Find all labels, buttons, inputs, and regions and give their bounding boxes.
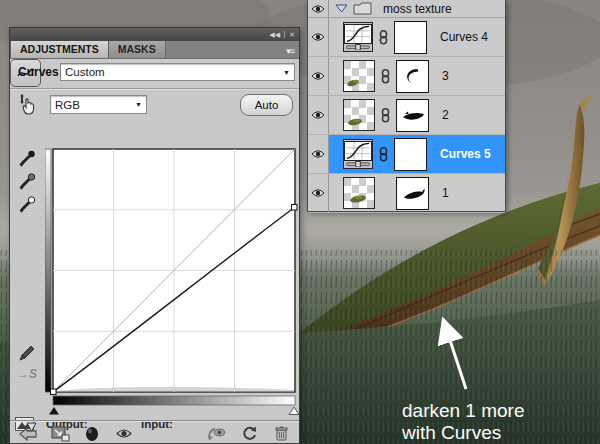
return-to-adjustment-list-icon[interactable] xyxy=(18,425,38,443)
group-expand-triangle-icon[interactable] xyxy=(335,4,348,13)
black-point-eyedropper-icon[interactable] xyxy=(17,147,39,169)
layer-name-label[interactable]: Curves 5 xyxy=(440,147,491,161)
separator xyxy=(10,88,299,90)
layer-mask-thumbnail[interactable] xyxy=(396,60,429,93)
adjustments-toolbar xyxy=(10,420,299,444)
panel-menu-icon[interactable]: ▾≡ xyxy=(286,46,299,58)
collapse-panel-icon[interactable]: ◀◀ xyxy=(269,31,280,38)
screenshot-root: darken 1 more with Curves moss texture xyxy=(0,0,600,444)
layer-row-curves-5-selected[interactable]: Curves 5 xyxy=(308,135,505,174)
visibility-eye-icon[interactable] xyxy=(308,135,329,173)
annotation-line1: darken 1 more xyxy=(402,400,525,422)
visibility-eye-icon[interactable] xyxy=(308,0,329,17)
auto-button-label: Auto xyxy=(255,99,279,111)
smooth-curve-glyph: →S xyxy=(17,367,37,381)
curve-white-point[interactable] xyxy=(292,205,298,211)
preset-dropdown[interactable]: Custom ▼ xyxy=(60,63,295,81)
white-point-eyedropper-icon[interactable] xyxy=(17,193,39,215)
visibility-eye-icon[interactable] xyxy=(308,96,329,134)
layer-name-label[interactable]: 3 xyxy=(442,69,449,83)
layer-thumbnail[interactable] xyxy=(343,60,375,92)
panel-tabs: ADJUSTMENTS MASKS ▾≡ xyxy=(10,41,299,59)
switch-panel-view-icon[interactable] xyxy=(50,425,70,443)
chevron-down-icon: ▼ xyxy=(283,69,290,76)
layer-row-2[interactable]: 2 xyxy=(308,96,505,135)
header-divider xyxy=(284,31,285,38)
chevron-down-icon: ▼ xyxy=(135,101,142,108)
channel-value: RGB xyxy=(55,99,80,111)
curves-adjustment-thumbnail[interactable] xyxy=(343,22,373,52)
annotation-text: darken 1 more with Curves xyxy=(402,400,525,444)
group-name-label[interactable]: moss texture xyxy=(383,2,452,16)
layer-group-row[interactable]: moss texture xyxy=(308,0,505,18)
channel-dropdown[interactable]: RGB ▼ xyxy=(50,95,147,114)
view-previous-state-icon[interactable] xyxy=(207,425,227,443)
annotation-line2: with Curves xyxy=(402,422,525,444)
layer-name-label[interactable]: 2 xyxy=(442,108,449,122)
link-chain-icon xyxy=(381,108,390,123)
close-panel-icon[interactable]: ✕ xyxy=(289,31,295,38)
group-folder-icon[interactable] xyxy=(353,2,372,15)
layer-name-label[interactable]: Curves 4 xyxy=(440,30,488,44)
delete-adjustment-trash-icon[interactable] xyxy=(271,425,291,443)
link-chain-icon xyxy=(379,147,388,162)
annotation-arrow xyxy=(418,302,488,402)
curves-graph[interactable] xyxy=(45,147,300,419)
visibility-eye-icon[interactable] xyxy=(308,18,329,56)
visibility-eye-icon[interactable] xyxy=(308,57,329,95)
tab-masks[interactable]: MASKS xyxy=(109,41,166,58)
layer-mask-thumbnail[interactable] xyxy=(394,138,427,171)
layer-row-curves-4[interactable]: Curves 4 xyxy=(308,18,505,57)
curves-adjustment-thumbnail[interactable] xyxy=(343,139,373,169)
targeted-adjustment-tool-icon[interactable] xyxy=(16,93,38,115)
visibility-eye-icon[interactable] xyxy=(308,174,329,212)
curve-black-point[interactable] xyxy=(51,389,57,395)
layer-mask-thumbnail[interactable] xyxy=(396,177,429,210)
adjustments-panel: ◀◀ ✕ ADJUSTMENTS MASKS ▾≡ Curves Custom … xyxy=(9,27,300,444)
link-chain-icon xyxy=(379,30,388,45)
smooth-curve-icon[interactable]: →S xyxy=(16,363,38,385)
layer-row-1[interactable]: 1 xyxy=(308,174,505,213)
layer-name-label[interactable]: 1 xyxy=(442,186,449,200)
shadow-input-slider[interactable] xyxy=(49,407,59,415)
reset-icon[interactable] xyxy=(239,425,259,443)
layer-mask-thumbnail[interactable] xyxy=(394,21,427,54)
layer-thumbnail[interactable] xyxy=(343,177,375,209)
highlight-input-slider[interactable] xyxy=(289,407,299,415)
gray-point-eyedropper-icon[interactable] xyxy=(17,170,39,192)
link-chain-icon xyxy=(381,69,390,84)
auto-button[interactable]: Auto xyxy=(240,94,293,116)
tab-adjustments[interactable]: ADJUSTMENTS xyxy=(10,41,109,58)
layer-mask-thumbnail[interactable] xyxy=(396,99,429,132)
input-gradient-bar xyxy=(53,396,295,405)
clip-to-layer-icon[interactable] xyxy=(82,425,102,443)
layer-thumbnail[interactable] xyxy=(343,99,375,131)
preset-value: Custom xyxy=(65,66,105,78)
output-gradient-bar xyxy=(45,149,51,392)
draw-curve-pencil-icon[interactable] xyxy=(16,341,38,363)
layer-row-3[interactable]: 3 xyxy=(308,57,505,96)
panel-title-bar: ◀◀ ✕ xyxy=(10,28,299,41)
toggle-visibility-eye-icon[interactable] xyxy=(114,425,134,443)
adjustment-type-label: Curves xyxy=(18,65,59,79)
layers-panel: moss texture Curves 4 xyxy=(307,0,506,212)
